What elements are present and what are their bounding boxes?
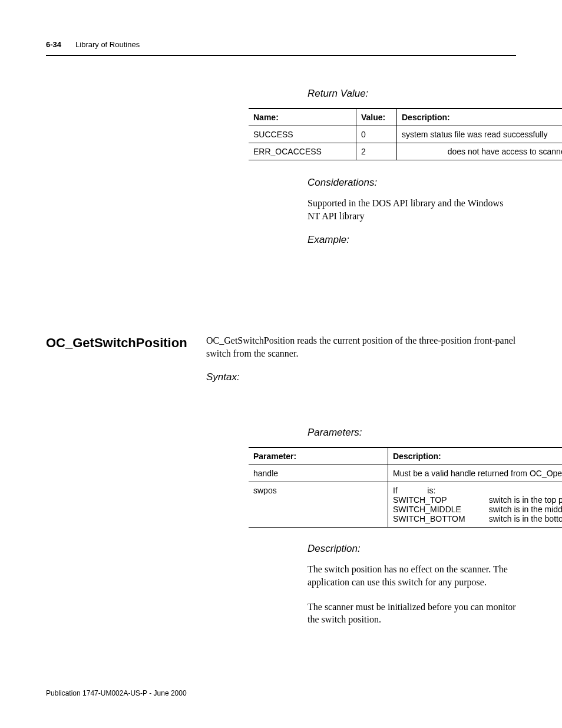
syntax-heading: Syntax: — [206, 371, 516, 383]
considerations-text: Supported in the DOS API library and the… — [308, 197, 516, 222]
switch-opt-desc: switch is in the middle position — [489, 505, 562, 514]
page-number: 6-34 — [46, 40, 61, 49]
section-name: Library of Routines — [75, 40, 140, 49]
rv-desc-text: does not have access to scanner — [448, 147, 562, 156]
rv-col-desc: Description: — [397, 108, 563, 126]
rv-value: 0 — [356, 126, 397, 143]
param-name: swpos — [249, 482, 388, 528]
content-block: Return Value: Name: Value: Description: … — [46, 88, 516, 246]
description-para-2: The scanner must be initialized before y… — [308, 601, 516, 626]
parameters-table: Parameter: Description: handle Must be a… — [249, 447, 562, 528]
function-intro: OC_GetSwitchPosition reads the current p… — [206, 334, 516, 360]
is-label: is: — [427, 486, 435, 495]
switch-opt-desc: switch is in the bottom position — [489, 514, 562, 523]
description-para-1: The switch position has no effect on the… — [308, 563, 516, 588]
rv-value: 2 — [356, 143, 397, 160]
rv-col-value: Value: — [356, 108, 397, 126]
param-desc: Must be a valid handle returned from OC_… — [388, 465, 563, 482]
content-block-2: Parameters: Parameter: Description: hand… — [46, 427, 516, 625]
table-row: ERR_OCACCESS 2 does not have access to s… — [249, 143, 562, 160]
switch-desc-col: switch is in the top position switch is … — [489, 486, 562, 523]
function-section: OC_GetSwitchPosition OC_GetSwitchPositio… — [46, 334, 516, 391]
switch-names-col: If is: SWITCH_TOP SWITCH_MIDDLE SWITCH_B… — [393, 486, 465, 523]
table-row: swpos If is: SWITCH_TOP SWITCH_MIDDLE SW… — [249, 482, 562, 528]
rv-col-name: Name: — [249, 108, 356, 126]
return-value-heading: Return Value: — [308, 88, 516, 100]
description-heading: Description: — [308, 543, 516, 555]
param-name: handle — [249, 465, 388, 482]
table-row: handle Must be a valid handle returned f… — [249, 465, 562, 482]
publication-footer: Publication 1747-UM002A-US-P - June 2000 — [46, 689, 187, 697]
rv-name: SUCCESS — [249, 126, 356, 143]
example-heading: Example: — [308, 234, 516, 246]
if-label: If — [393, 486, 398, 495]
switch-opt-desc: switch is in the top position — [489, 495, 562, 505]
table-row: SUCCESS 0 system status file was read su… — [249, 126, 562, 143]
param-col-desc: Description: — [388, 447, 563, 465]
param-col-param: Parameter: — [249, 447, 388, 465]
page: 6-34 Library of Routines Return Value: N… — [0, 0, 562, 728]
switch-opt-name: SWITCH_BOTTOM — [393, 514, 465, 523]
considerations-heading: Considerations: — [308, 177, 516, 189]
return-value-table: Name: Value: Description: SUCCESS 0 syst… — [249, 108, 562, 160]
rv-desc: system status file was read successfully — [397, 126, 563, 143]
page-header: 6-34 Library of Routines — [46, 40, 516, 56]
rv-desc: does not have access to scanner — [397, 143, 563, 160]
function-name: OC_GetSwitchPosition — [46, 334, 206, 351]
switch-opt-name: SWITCH_TOP — [393, 495, 447, 505]
param-desc-complex: If is: SWITCH_TOP SWITCH_MIDDLE SWITCH_B… — [388, 482, 563, 528]
rv-name: ERR_OCACCESS — [249, 143, 356, 160]
switch-opt-name: SWITCH_MIDDLE — [393, 505, 461, 514]
parameters-heading: Parameters: — [308, 427, 516, 439]
